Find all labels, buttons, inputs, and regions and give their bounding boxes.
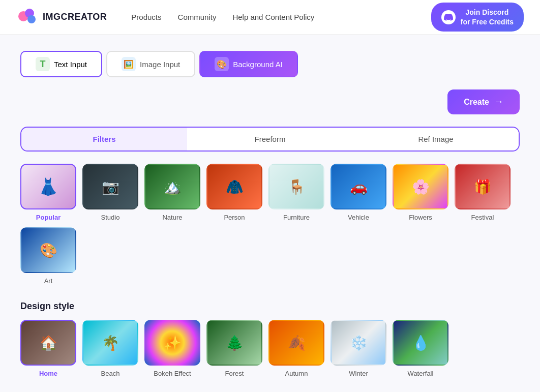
category-nature-label: Nature xyxy=(162,214,182,221)
design-waterfall-thumb xyxy=(393,320,448,366)
svg-point-2 xyxy=(27,15,36,23)
category-flowers-thumb xyxy=(393,164,448,209)
create-button[interactable]: Create → xyxy=(447,89,520,114)
filter-tab-freeform[interactable]: Freeform xyxy=(187,128,353,150)
category-studio[interactable]: Studio xyxy=(82,164,138,221)
discord-button[interactable]: Join Discord for Free Credits xyxy=(431,3,524,31)
design-bokeh[interactable]: Bokeh Effect xyxy=(144,320,200,377)
bg-ai-icon: 🎨 xyxy=(215,57,229,71)
design-waterfall-label: Waterfall xyxy=(408,370,434,377)
design-forest-thumb xyxy=(206,320,262,366)
design-home-thumb xyxy=(20,320,76,366)
logo-text: IMGCREATOR xyxy=(43,12,107,22)
category-vehicle-label: Vehicle xyxy=(348,214,369,221)
tab-bg-ai[interactable]: 🎨 Background AI xyxy=(199,51,298,77)
design-autumn[interactable]: Autumn xyxy=(268,320,324,377)
design-waterfall[interactable]: Waterfall xyxy=(393,320,448,377)
image-input-icon: 🖼️ xyxy=(122,57,136,71)
design-forest[interactable]: Forest xyxy=(206,320,262,377)
arrow-icon: → xyxy=(494,97,503,107)
category-festival-thumb xyxy=(455,164,511,209)
category-studio-thumb xyxy=(82,164,138,209)
filter-tabs: Filters Freeform Ref Image xyxy=(20,127,520,152)
design-winter-label: Winter xyxy=(349,370,368,377)
logo-icon xyxy=(16,6,39,28)
design-bokeh-label: Bokeh Effect xyxy=(154,370,191,377)
category-popular-label: Popular xyxy=(36,214,61,221)
main-content: T Text Input 🖼️ Image Input 🎨 Background… xyxy=(0,35,540,392)
category-nature-thumb xyxy=(144,164,200,209)
design-beach[interactable]: Beach xyxy=(82,320,138,377)
tab-text-input[interactable]: T Text Input xyxy=(20,51,102,77)
category-person-label: Person xyxy=(224,214,245,221)
design-autumn-label: Autumn xyxy=(285,370,308,377)
category-person-thumb xyxy=(206,164,262,209)
design-style-title: Design style xyxy=(20,301,520,312)
design-autumn-thumb xyxy=(268,320,324,366)
category-festival-label: Festival xyxy=(471,214,494,221)
category-vehicle[interactable]: Vehicle xyxy=(331,164,386,221)
filter-tab-filters[interactable]: Filters xyxy=(21,128,187,150)
design-style-grid: Home Beach Bokeh Effect Forest Autumn Wi… xyxy=(20,320,520,377)
navbar: IMGCREATOR Products Community Help and C… xyxy=(0,0,540,35)
category-furniture[interactable]: Furniture xyxy=(268,164,324,221)
category-nature[interactable]: Nature xyxy=(144,164,200,221)
discord-icon xyxy=(441,10,456,24)
create-row: Create → xyxy=(20,89,520,127)
design-winter-thumb xyxy=(331,320,386,366)
category-popular-thumb xyxy=(20,164,76,209)
design-forest-label: Forest xyxy=(225,370,244,377)
category-studio-label: Studio xyxy=(101,214,120,221)
tab-image-input[interactable]: 🖼️ Image Input xyxy=(106,51,195,77)
category-art[interactable]: Art xyxy=(20,227,76,285)
filter-tab-ref-image[interactable]: Ref Image xyxy=(353,128,519,150)
nav-links: Products Community Help and Content Poli… xyxy=(131,13,314,21)
design-winter[interactable]: Winter xyxy=(331,320,386,377)
nav-community[interactable]: Community xyxy=(178,13,217,21)
category-furniture-label: Furniture xyxy=(283,214,310,221)
category-festival[interactable]: Festival xyxy=(455,164,511,221)
create-button-label: Create xyxy=(464,98,489,107)
category-flowers[interactable]: Flowers xyxy=(393,164,448,221)
category-furniture-thumb xyxy=(268,164,324,209)
tab-image-input-label: Image Input xyxy=(140,60,180,69)
design-home-label: Home xyxy=(39,370,57,377)
text-input-icon: T xyxy=(36,57,50,71)
nav-products[interactable]: Products xyxy=(131,13,161,21)
design-style-section: Design style Home Beach Bokeh Effect For… xyxy=(20,301,520,377)
category-person[interactable]: Person xyxy=(206,164,262,221)
input-tabs: T Text Input 🖼️ Image Input 🎨 Background… xyxy=(20,51,520,77)
design-home[interactable]: Home xyxy=(20,320,76,377)
logo[interactable]: IMGCREATOR xyxy=(16,6,107,28)
design-beach-thumb xyxy=(82,320,138,366)
discord-text: Join Discord for Free Credits xyxy=(461,8,514,26)
design-beach-label: Beach xyxy=(101,370,120,377)
design-bokeh-thumb xyxy=(144,320,200,366)
category-flowers-label: Flowers xyxy=(409,214,432,221)
filters-category-grid: Popular Studio Nature Person Furniture V… xyxy=(20,164,520,285)
category-vehicle-thumb xyxy=(331,164,386,209)
category-popular[interactable]: Popular xyxy=(20,164,76,221)
category-art-label: Art xyxy=(44,277,53,285)
nav-help[interactable]: Help and Content Policy xyxy=(232,13,314,21)
category-art-thumb xyxy=(20,227,76,273)
tab-bg-ai-label: Background AI xyxy=(233,60,283,69)
tab-text-input-label: Text Input xyxy=(54,60,87,69)
